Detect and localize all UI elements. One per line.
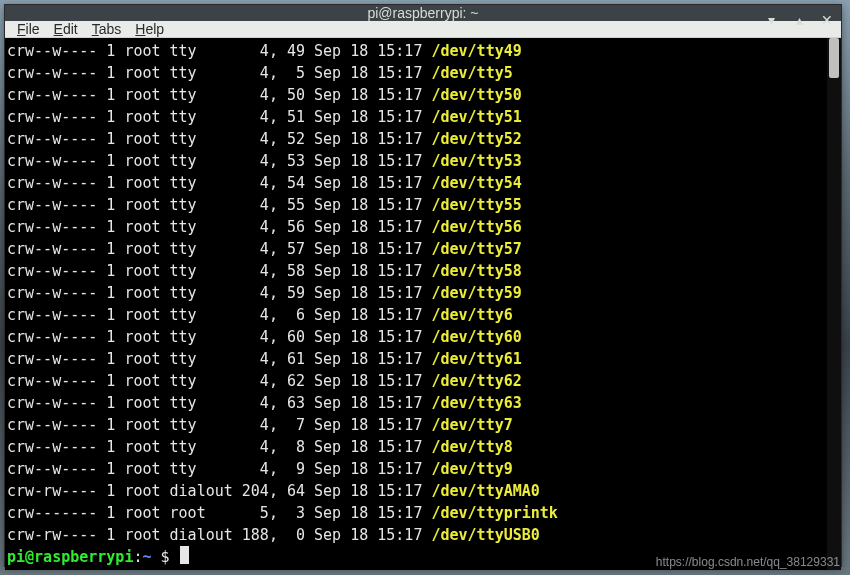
window-controls: ▾ ▴ ✕	[763, 5, 835, 35]
ls-row: crw-rw---- 1 root dialout 188, 0 Sep 18 …	[7, 524, 825, 546]
device-path: /dev/tty60	[431, 328, 521, 346]
ls-row: crw--w---- 1 root tty 4, 5 Sep 18 15:17 …	[7, 62, 825, 84]
minimize-icon[interactable]: ▾	[763, 5, 779, 35]
terminal-wrap: crw--w---- 1 root tty 4, 49 Sep 18 15:17…	[5, 38, 841, 570]
device-path: /dev/tty58	[431, 262, 521, 280]
terminal-scrollbar[interactable]	[827, 38, 841, 570]
maximize-icon[interactable]: ▴	[791, 5, 807, 35]
device-path: /dev/ttyUSB0	[431, 526, 539, 544]
cursor-icon	[180, 546, 189, 564]
ls-row: crw------- 1 root root 5, 3 Sep 18 15:17…	[7, 502, 825, 524]
device-path: /dev/tty61	[431, 350, 521, 368]
ls-row: crw--w---- 1 root tty 4, 57 Sep 18 15:17…	[7, 238, 825, 260]
device-path: /dev/tty8	[431, 438, 512, 456]
scrollbar-thumb[interactable]	[829, 38, 839, 78]
device-path: /dev/tty62	[431, 372, 521, 390]
ls-row: crw--w---- 1 root tty 4, 7 Sep 18 15:17 …	[7, 414, 825, 436]
ls-row: crw--w---- 1 root tty 4, 56 Sep 18 15:17…	[7, 216, 825, 238]
device-path: /dev/tty50	[431, 86, 521, 104]
device-path: /dev/ttyAMA0	[431, 482, 539, 500]
ls-row: crw--w---- 1 root tty 4, 63 Sep 18 15:17…	[7, 392, 825, 414]
ls-row: crw--w---- 1 root tty 4, 49 Sep 18 15:17…	[7, 40, 825, 62]
menubar: File Edit Tabs Help	[5, 21, 841, 38]
device-path: /dev/tty53	[431, 152, 521, 170]
device-path: /dev/tty57	[431, 240, 521, 258]
device-path: /dev/tty56	[431, 218, 521, 236]
ls-row: crw--w---- 1 root tty 4, 51 Sep 18 15:17…	[7, 106, 825, 128]
device-path: /dev/tty59	[431, 284, 521, 302]
ls-row: crw--w---- 1 root tty 4, 60 Sep 18 15:17…	[7, 326, 825, 348]
ls-row: crw--w---- 1 root tty 4, 8 Sep 18 15:17 …	[7, 436, 825, 458]
ls-row: crw--w---- 1 root tty 4, 55 Sep 18 15:17…	[7, 194, 825, 216]
ls-row: crw--w---- 1 root tty 4, 9 Sep 18 15:17 …	[7, 458, 825, 480]
ls-row: crw--w---- 1 root tty 4, 6 Sep 18 15:17 …	[7, 304, 825, 326]
titlebar[interactable]: pi@raspberrypi: ~ ▾ ▴ ✕	[5, 5, 841, 21]
ls-row: crw-rw---- 1 root dialout 204, 64 Sep 18…	[7, 480, 825, 502]
prompt-userhost: pi@raspberrypi	[7, 548, 133, 566]
device-path: /dev/tty52	[431, 130, 521, 148]
device-path: /dev/tty54	[431, 174, 521, 192]
menu-file[interactable]: File	[17, 21, 40, 37]
menu-help[interactable]: Help	[135, 21, 164, 37]
terminal-output[interactable]: crw--w---- 1 root tty 4, 49 Sep 18 15:17…	[5, 38, 827, 570]
device-path: /dev/tty49	[431, 42, 521, 60]
menu-edit[interactable]: Edit	[54, 21, 78, 37]
close-icon[interactable]: ✕	[819, 5, 835, 35]
ls-row: crw--w---- 1 root tty 4, 52 Sep 18 15:17…	[7, 128, 825, 150]
menu-tabs[interactable]: Tabs	[92, 21, 122, 37]
device-path: /dev/tty63	[431, 394, 521, 412]
ls-row: crw--w---- 1 root tty 4, 61 Sep 18 15:17…	[7, 348, 825, 370]
terminal-window: pi@raspberrypi: ~ ▾ ▴ ✕ File Edit Tabs H…	[4, 4, 842, 567]
prompt-cwd: ~	[142, 548, 151, 566]
ls-row: crw--w---- 1 root tty 4, 58 Sep 18 15:17…	[7, 260, 825, 282]
device-path: /dev/tty7	[431, 416, 512, 434]
device-path: /dev/tty51	[431, 108, 521, 126]
shell-prompt[interactable]: pi@raspberrypi:~ $	[7, 546, 825, 568]
prompt-symbol: $	[152, 548, 179, 566]
window-title: pi@raspberrypi: ~	[367, 5, 478, 21]
ls-row: crw--w---- 1 root tty 4, 62 Sep 18 15:17…	[7, 370, 825, 392]
device-path: /dev/ttyprintk	[431, 504, 557, 522]
ls-row: crw--w---- 1 root tty 4, 53 Sep 18 15:17…	[7, 150, 825, 172]
ls-row: crw--w---- 1 root tty 4, 59 Sep 18 15:17…	[7, 282, 825, 304]
ls-row: crw--w---- 1 root tty 4, 54 Sep 18 15:17…	[7, 172, 825, 194]
ls-row: crw--w---- 1 root tty 4, 50 Sep 18 15:17…	[7, 84, 825, 106]
device-path: /dev/tty5	[431, 64, 512, 82]
device-path: /dev/tty6	[431, 306, 512, 324]
device-path: /dev/tty9	[431, 460, 512, 478]
device-path: /dev/tty55	[431, 196, 521, 214]
